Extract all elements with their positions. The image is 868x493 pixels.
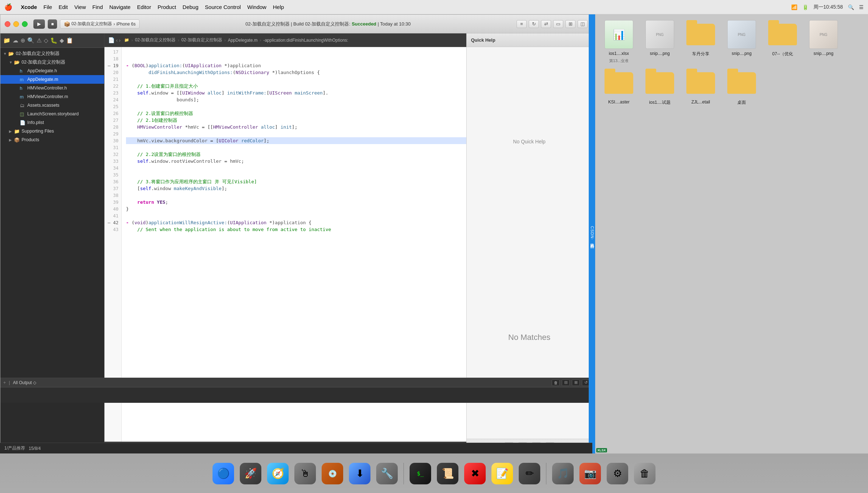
menu-file[interactable]: File [43,4,52,10]
menu-window[interactable]: Window [247,4,266,10]
desktop-item-folder-opt[interactable]: 07--（优化 [765,20,801,64]
output-selector[interactable]: All Output ◇ [13,380,36,385]
misc1-icon[interactable]: 🎵 [552,463,574,484]
tree-item-sub-group[interactable]: ▼ 📂 02-加载自定义控制器 [0,58,104,66]
single-editor-button[interactable]: ▭ [553,20,563,28]
dock-launchpad[interactable]: 🚀 [238,463,263,484]
folder-nav-icon[interactable]: 📁 [3,37,10,44]
desktop-item-snip2[interactable]: PNG snip....png [724,20,760,64]
split-button[interactable]: ⊟ [562,379,570,386]
list-view-button[interactable]: ≡ [517,20,527,28]
breakpoint-nav-icon[interactable]: ◆ [60,37,64,44]
dock-download[interactable]: ⬇ [347,463,372,484]
apple-menu-icon[interactable]: 🍎 [4,3,12,11]
source-control-nav-icon[interactable]: ☁ [13,37,18,44]
dock-terminal[interactable]: $_ [408,463,433,484]
bc-project[interactable]: 02-加载自定义控制器 [135,37,176,43]
tree-item-hmvc-h[interactable]: h HMViewController.h [0,84,104,92]
tree-item-products[interactable]: ▶ 📦 Products [0,135,104,144]
grid-button[interactable]: ⊞ [572,379,580,386]
finder-icon[interactable]: 🔵 [213,463,234,484]
dock-safari[interactable]: 🧭 [266,463,290,484]
desktop-item-snip3[interactable]: PNG snip....png [806,20,841,64]
menu-product[interactable]: Product [158,4,176,10]
menu-icon[interactable]: ☰ [859,4,864,10]
tree-item-plist[interactable]: 📄 Info.plist [0,118,104,127]
xmind-icon[interactable]: ✖ [464,463,486,484]
desktop-item-snip1[interactable]: PNG snip....png [642,20,678,64]
dock-finder[interactable]: 🔵 [211,463,235,484]
add-debug-button[interactable]: + [3,380,6,385]
launchpad-icon[interactable]: 🚀 [240,463,261,484]
mouse-icon[interactable]: 🖱 [294,463,316,484]
desktop-item-ios-xlsx[interactable]: 📊 XLSX ios1....xlsx 第13...业准 [601,20,637,64]
tree-item-appdelegate-m[interactable]: m AppDelegate.m [0,75,104,84]
dock-note[interactable]: 📝 [490,463,514,484]
back-arrow[interactable]: ‹ [116,37,118,43]
menu-help[interactable]: Help [273,4,284,10]
dvd-icon[interactable]: 💿 [322,463,343,484]
dock-misc2[interactable]: 📷 [578,463,602,484]
dock-misc3[interactable]: ⚙ [605,463,630,484]
download-icon[interactable]: ⬇ [349,463,370,484]
menu-view[interactable]: View [74,4,86,10]
symbol-nav-icon[interactable]: ⊕ [20,37,25,44]
dock-tools[interactable]: 🔧 [375,463,399,484]
tools-icon[interactable]: 🔧 [376,463,398,484]
forward-arrow[interactable]: › [119,37,121,43]
trash-button[interactable]: 🗑 [552,379,560,386]
scheme-selector[interactable]: 📦 02-加载自定义控制器 › iPhone 6s [60,19,140,29]
debug-nav-icon[interactable]: 🐛 [50,37,57,44]
terminal-icon[interactable]: $_ [410,463,431,484]
dock-xmind[interactable]: ✖ [463,463,487,484]
edit-icon[interactable]: ✏ [519,463,540,484]
dock-dvd[interactable]: 💿 [320,463,345,484]
run-button[interactable] [33,19,45,29]
stop-button[interactable] [48,19,57,29]
menu-source-control[interactable]: Source Control [205,4,241,10]
dock-edit[interactable]: ✏ [517,463,542,484]
safari-icon[interactable]: 🧭 [267,463,289,484]
report-nav-icon[interactable]: 📋 [66,37,73,44]
menu-edit[interactable]: Edit [59,4,68,10]
tree-item-hmvc-m[interactable]: m HMViewController.m [0,92,104,101]
tree-item-storyboard[interactable]: ◫ LaunchScreen.storyboard [0,110,104,118]
search-icon[interactable]: 🔍 [848,4,854,10]
misc3-icon[interactable]: ⚙ [607,463,628,484]
desktop-item-desktop-folder[interactable]: 桌面 [724,69,760,106]
tree-item-appdelegate-h[interactable]: h AppDelegate.h [0,66,104,75]
bc-file[interactable]: AppDelegate.m [228,38,258,43]
desktop-item-ios-exam[interactable]: ios1....试题 [642,69,678,106]
test-nav-icon[interactable]: ◇ [44,37,48,44]
bc-method[interactable]: -application:didFinishLaunchingWithOptio… [263,38,348,43]
split-editor-button[interactable]: ⊞ [565,20,575,28]
dock-misc1[interactable]: 🎵 [551,463,575,484]
tree-item-supporting-files[interactable]: ▶ 📁 Supporting Files [0,127,104,135]
note-icon[interactable]: 📝 [491,463,513,484]
menu-find[interactable]: Find [92,4,103,10]
menu-editor[interactable]: Editor [137,4,151,10]
back-forward-button[interactable]: ⇄ [541,20,551,28]
breadcrumb-project[interactable]: 📁 [124,38,129,42]
menu-debug[interactable]: Debug [183,4,199,10]
trash-dock-icon[interactable]: 🗑 [634,463,655,484]
script-icon[interactable]: 📜 [437,463,458,484]
menu-navigate[interactable]: Navigate [109,4,130,10]
menu-xcode[interactable]: Xcode [21,4,37,10]
maximize-button[interactable] [22,21,28,27]
dock-trash[interactable]: 🗑 [633,463,657,484]
version-button[interactable]: ◫ [578,20,588,28]
desktop-item-folder1[interactable]: 车丹分享 [683,20,719,64]
desktop-item-ksi[interactable]: KSI....aster [601,69,637,106]
bc-subproject[interactable]: 02-加载自定义控制器 [181,37,222,43]
tree-item-root-group[interactable]: ▼ 📂 02-加载自定义控制器 [0,49,104,58]
desktop-item-zjl[interactable]: ZJL...etail [683,69,719,106]
issue-nav-icon[interactable]: ⚠ [37,37,42,44]
misc2-icon[interactable]: 📷 [579,463,601,484]
find-nav-icon[interactable]: 🔍 [27,37,34,44]
dock-mouse[interactable]: 🖱 [293,463,317,484]
refresh-button[interactable]: ↻ [529,20,539,28]
minimize-button[interactable] [13,21,19,27]
dock-script[interactable]: 📜 [435,463,460,484]
close-button[interactable] [5,21,10,27]
